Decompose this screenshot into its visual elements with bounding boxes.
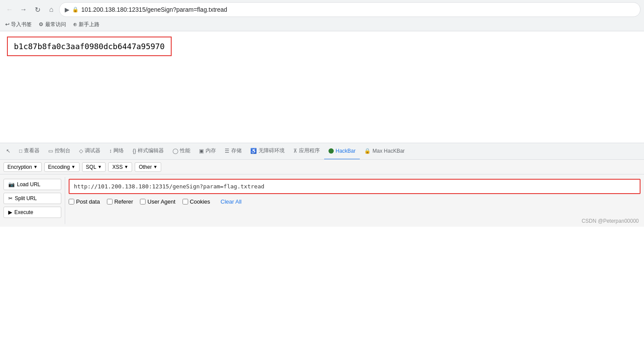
referer-label: Referer <box>114 198 133 205</box>
sql-menu[interactable]: SQL ▼ <box>82 162 106 172</box>
tab-accessibility[interactable]: ♿ 无障碍环境 <box>246 143 289 160</box>
encryption-menu[interactable]: Encryption ▼ <box>3 162 42 172</box>
tab-inspector-icon[interactable]: ↖ <box>2 143 15 160</box>
maxhackbar-icon: 🔒 <box>364 148 371 154</box>
other-label: Other <box>139 164 152 170</box>
page-content: b1c87b8fa0c3aaf0980dcb6447a95970 ↖ □ 查看器… <box>0 31 644 227</box>
hackbar-content: Encryption ▼ Encoding ▼ SQL ▼ XSS ▼ Othe… <box>0 160 644 227</box>
cookies-input[interactable] <box>183 199 188 204</box>
user-agent-label: User Agent <box>147 198 175 205</box>
xss-dropdown-arrow: ▼ <box>124 164 129 169</box>
csdn-watermark: CSDN @Peterpan00000 <box>581 218 639 224</box>
referer-checkbox[interactable]: Referer <box>107 198 133 205</box>
devtools-panel: ↖ □ 查看器 ▭ 控制台 ◇ 调试器 ↕ 网络 {} 样式编辑器 <box>0 143 644 227</box>
xss-label: XSS <box>112 164 123 170</box>
hash-value-display: b1c87b8fa0c3aaf0980dcb6447a95970 <box>7 37 172 56</box>
url-input-wrapper <box>69 179 641 194</box>
tab-viewer[interactable]: □ 查看器 <box>15 143 44 160</box>
tab-network[interactable]: ↕ 网络 <box>105 143 128 160</box>
shield-icon: ▶ <box>65 6 70 13</box>
tab-storage[interactable]: ☰ 存储 <box>220 143 246 160</box>
address-bar[interactable]: ▶ 🔒 101.200.138.180:12315/geneSign?param… <box>59 2 641 17</box>
console-icon: ▭ <box>48 148 53 154</box>
clear-all-button[interactable]: Clear All <box>221 198 242 205</box>
storage-icon: ☰ <box>225 148 229 154</box>
other-dropdown-arrow: ▼ <box>153 164 157 169</box>
home-button[interactable]: ⌂ <box>45 3 57 16</box>
tab-max-hackbar[interactable]: 🔒 Max HacKBar <box>360 143 409 160</box>
hackbar-icon <box>329 148 334 154</box>
other-menu[interactable]: Other ▼ <box>135 162 161 172</box>
tab-memory[interactable]: ▣ 内存 <box>195 143 220 160</box>
execute-label: Execute <box>14 209 33 215</box>
post-data-input[interactable] <box>69 199 74 204</box>
split-url-button[interactable]: ✂ Split URL <box>3 193 61 204</box>
bookmark-import[interactable]: ↩ 导入书签 <box>3 20 33 29</box>
memory-icon: ▣ <box>199 148 204 154</box>
execute-button[interactable]: ▶ Execute <box>3 207 61 218</box>
encoding-label: Encoding <box>48 164 70 170</box>
network-icon: ↕ <box>109 148 112 154</box>
encryption-label: Encryption <box>7 164 32 170</box>
inspector-icon: ↖ <box>6 148 10 154</box>
viewer-icon: □ <box>19 148 22 154</box>
style-icon: {} <box>133 148 136 154</box>
split-url-label: Split URL <box>15 195 37 201</box>
execute-icon: ▶ <box>8 209 12 215</box>
tab-console[interactable]: ▭ 控制台 <box>44 143 75 160</box>
debugger-icon: ◇ <box>79 148 83 154</box>
bookmarks-bar: ↩ 导入书签 ⚙ 最常访问 ⊕ 新手上路 <box>0 19 644 31</box>
application-icon: ⊼ <box>293 148 297 154</box>
tab-style-editor[interactable]: {} 样式编辑器 <box>128 143 168 160</box>
tab-debugger[interactable]: ◇ 调试器 <box>75 143 105 160</box>
encoding-dropdown-arrow: ▼ <box>71 164 76 169</box>
accessibility-icon: ♿ <box>250 148 257 154</box>
cookies-label: Cookies <box>190 198 210 205</box>
post-data-checkbox[interactable]: Post data <box>69 198 100 205</box>
hackbar-checkboxes: Post data Referer User Agent Cookie <box>69 197 641 207</box>
xss-menu[interactable]: XSS ▼ <box>108 162 132 172</box>
back-button[interactable]: ← <box>3 3 16 16</box>
referer-input[interactable] <box>107 199 113 204</box>
hackbar-left-panel: 📷 Load URL ✂ Split URL ▶ Execute <box>0 177 65 224</box>
cookies-checkbox[interactable]: Cookies <box>183 198 210 205</box>
tab-performance[interactable]: ◯ 性能 <box>168 143 195 160</box>
load-url-icon: 📷 <box>8 181 15 188</box>
split-url-icon: ✂ <box>8 195 13 201</box>
browser-toolbar: ← → ↻ ⌂ ▶ 🔒 101.200.138.180:12315/geneSi… <box>0 0 644 19</box>
hackbar-body: 📷 Load URL ✂ Split URL ▶ Execute <box>0 174 644 227</box>
devtools-tabs: ↖ □ 查看器 ▭ 控制台 ◇ 调试器 ↕ 网络 {} 样式编辑器 <box>0 143 644 160</box>
user-agent-input[interactable] <box>140 199 146 204</box>
sql-label: SQL <box>86 164 96 170</box>
url-display: 101.200.138.180:12315/geneSign?param=fla… <box>81 6 635 13</box>
lock-icon: 🔒 <box>72 7 79 13</box>
bookmark-frequent[interactable]: ⚙ 最常访问 <box>37 20 67 29</box>
encoding-menu[interactable]: Encoding ▼ <box>44 162 80 172</box>
load-url-button[interactable]: 📷 Load URL <box>3 179 61 190</box>
tab-hackbar[interactable]: HackBar <box>324 143 360 160</box>
url-input[interactable] <box>70 180 640 193</box>
url-host: 101.200.138.180:12315/geneSign?param=fla… <box>81 6 227 13</box>
performance-icon: ◯ <box>173 148 178 154</box>
browser-chrome: ← → ↻ ⌂ ▶ 🔒 101.200.138.180:12315/geneSi… <box>0 0 644 31</box>
forward-button[interactable]: → <box>17 3 30 16</box>
hackbar-right-panel: Post data Referer User Agent Cookie <box>65 177 644 224</box>
encryption-dropdown-arrow: ▼ <box>33 164 38 169</box>
load-url-label: Load URL <box>17 181 40 188</box>
tab-application[interactable]: ⊼ 应用程序 <box>289 143 324 160</box>
user-agent-checkbox[interactable]: User Agent <box>140 198 175 205</box>
bookmark-newbie[interactable]: ⊕ 新手上路 <box>71 20 101 29</box>
post-data-label: Post data <box>76 198 100 205</box>
sql-dropdown-arrow: ▼ <box>98 164 102 169</box>
reload-button[interactable]: ↻ <box>31 3 43 16</box>
hackbar-menu-toolbar: Encryption ▼ Encoding ▼ SQL ▼ XSS ▼ Othe… <box>0 160 644 174</box>
